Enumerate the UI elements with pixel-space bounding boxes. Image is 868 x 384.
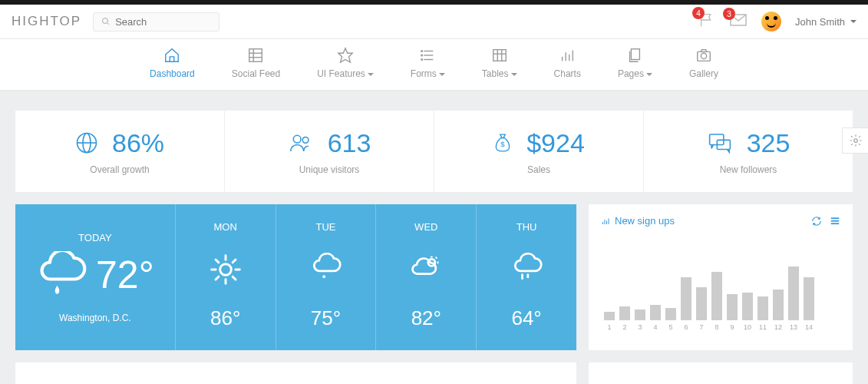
svg-line-1	[107, 23, 110, 25]
svg-rect-3	[249, 49, 262, 62]
brand-logo[interactable]: HIGHTOP	[12, 14, 81, 29]
nav-social-feed[interactable]: Social Feed	[232, 47, 280, 79]
nav-charts[interactable]: Charts	[554, 47, 581, 79]
gear-icon	[849, 134, 863, 147]
weather-day-thu: THU 64°	[477, 204, 576, 350]
mail-badge: 3	[723, 8, 735, 20]
avatar[interactable]	[761, 12, 781, 31]
svg-line-39	[216, 260, 219, 263]
svg-point-43	[323, 275, 326, 278]
user-menu[interactable]: John Smith	[795, 16, 856, 28]
search-box[interactable]	[93, 12, 219, 31]
nav-pages[interactable]: Pages	[618, 47, 652, 79]
svg-rect-56	[831, 223, 840, 224]
weather-today: TODAY 72° Washington, D.C.	[15, 204, 176, 350]
home-icon	[163, 47, 180, 64]
svg-point-34	[219, 264, 231, 276]
stat-overall-growth: 86% Overall growth	[15, 111, 225, 192]
money-bag-icon: $	[493, 131, 513, 154]
svg-line-41	[216, 276, 219, 280]
signups-panel: New sign ups 1234567891011121314	[589, 204, 853, 350]
stat-sales: $ $924 Sales	[434, 111, 644, 192]
main-nav: Dashboard Social Feed UI Features Forms …	[0, 39, 868, 91]
copy-icon	[626, 47, 643, 64]
username-label: John Smith	[795, 16, 845, 28]
list-view-icon[interactable]	[830, 216, 840, 227]
notifications-mail[interactable]: 3	[729, 12, 748, 31]
svg-point-12	[421, 55, 423, 56]
table-icon	[491, 47, 508, 64]
svg-point-29	[293, 135, 301, 143]
cloud-rain-heavy-icon	[510, 253, 543, 286]
feed-icon	[247, 47, 264, 64]
panel-stub-right	[589, 362, 853, 384]
camera-icon	[695, 47, 712, 64]
nav-tables[interactable]: Tables	[482, 47, 517, 79]
svg-marker-7	[338, 48, 352, 62]
weather-day-mon: MON 86°	[176, 204, 276, 350]
svg-rect-55	[831, 220, 840, 221]
svg-rect-22	[632, 49, 640, 60]
svg-point-30	[302, 137, 309, 143]
star-icon	[337, 47, 354, 64]
users-icon	[288, 131, 314, 154]
svg-point-25	[853, 139, 857, 143]
svg-line-47	[436, 257, 437, 258]
search-input[interactable]	[115, 16, 211, 28]
nav-forms[interactable]: Forms	[411, 47, 445, 79]
stat-unique-visitors: 613 Unique visitors	[225, 111, 434, 192]
cloud-sun-icon	[409, 253, 443, 286]
weather-widget: TODAY 72° Washington, D.C. MON 86° TUE 7…	[15, 204, 576, 350]
svg-rect-14	[493, 50, 506, 61]
bars-small-icon	[601, 217, 610, 226]
weather-day-tue: TUE 75°	[276, 204, 377, 350]
globe-icon	[75, 131, 98, 154]
chat-icon	[707, 131, 733, 154]
refresh-icon[interactable]	[811, 216, 822, 227]
nav-gallery[interactable]: Gallery	[689, 47, 718, 79]
chevron-down-icon	[511, 73, 517, 76]
stats-row: 86% Overall growth 613 Unique visitors $…	[15, 111, 853, 192]
svg-point-13	[421, 59, 423, 61]
bars-icon	[559, 47, 576, 64]
flag-badge: 4	[692, 7, 705, 19]
svg-point-24	[701, 53, 706, 58]
chevron-down-icon	[850, 20, 856, 23]
header: HIGHTOP 4 3 John Smith	[0, 5, 868, 39]
stat-new-followers: 325 New followers	[644, 111, 853, 192]
svg-line-40	[233, 276, 236, 280]
svg-point-11	[421, 51, 423, 52]
panel-stub-left	[15, 362, 576, 384]
cloud-drizzle-icon	[309, 253, 342, 286]
chevron-down-icon	[368, 73, 374, 76]
signups-title: New sign ups	[615, 215, 675, 227]
search-icon	[101, 17, 111, 26]
chevron-down-icon	[439, 73, 445, 76]
signups-chart: 1234567891011121314	[601, 248, 840, 331]
svg-point-0	[103, 18, 108, 24]
svg-line-42	[233, 260, 236, 263]
svg-text:$: $	[500, 140, 505, 148]
sun-icon	[209, 253, 243, 286]
svg-rect-54	[831, 217, 840, 219]
weather-day-wed: WED 82°	[376, 204, 477, 350]
chevron-down-icon	[646, 73, 652, 76]
list-icon	[419, 47, 436, 64]
settings-toggle[interactable]	[842, 127, 868, 154]
cloud-rain-icon	[36, 251, 87, 299]
nav-dashboard[interactable]: Dashboard	[150, 47, 195, 79]
nav-ui-features[interactable]: UI Features	[317, 47, 374, 79]
notifications-flag[interactable]: 4	[698, 12, 715, 31]
